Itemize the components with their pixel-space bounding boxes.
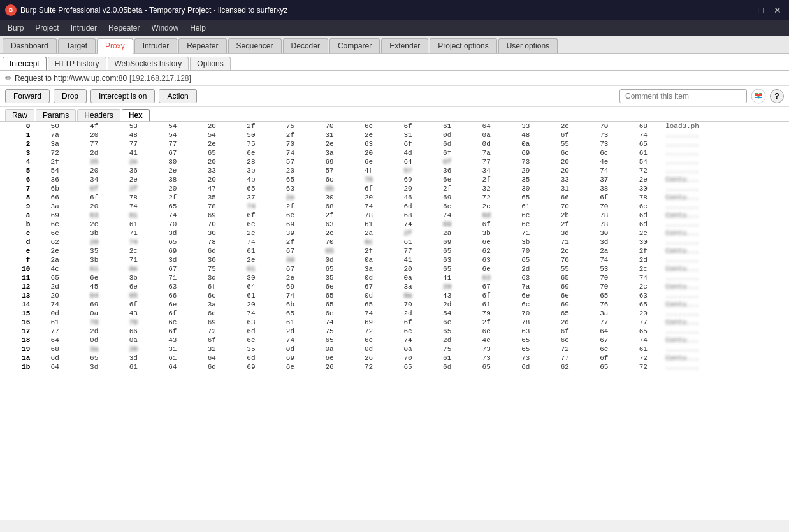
hex-cell: 29 — [506, 166, 546, 175]
hex-cell: 6d — [231, 354, 271, 363]
top-tab-extender[interactable]: Extender — [381, 38, 428, 53]
hex-cell: 64 — [192, 354, 232, 363]
top-tab-project-options[interactable]: Project options — [430, 38, 496, 53]
hex-grid-container[interactable]: 0504f5354202f75706c6f6164332e7068load3.p… — [0, 122, 789, 520]
hex-cell: 3a — [75, 345, 114, 354]
hex-cell: 61 — [231, 264, 271, 273]
hex-cell: 6b — [271, 300, 310, 309]
title-bar: B Burp Suite Professional v2.0.05beta - … — [0, 0, 789, 20]
top-tabs: DashboardTargetProxyIntruderRepeaterSequ… — [0, 36, 789, 54]
hex-cell: 2e — [192, 140, 232, 148]
hex-cell: 70 — [388, 300, 428, 309]
hex-cell: 6d — [428, 140, 467, 148]
top-tab-target[interactable]: Target — [58, 38, 96, 53]
view-tab-hex[interactable]: Hex — [122, 109, 150, 121]
ascii-cell: Contu... — [663, 336, 789, 345]
hex-cell: 4f — [75, 122, 114, 131]
ascii-cell: ........ — [663, 140, 789, 148]
hex-cell: 7a — [467, 148, 506, 157]
view-tab-headers[interactable]: Headers — [77, 109, 120, 121]
hex-row-label: 8 — [0, 193, 35, 202]
hex-cell: 2d — [546, 318, 585, 327]
hex-cell: 3a — [192, 300, 232, 309]
top-tab-comparer[interactable]: Comparer — [329, 38, 380, 53]
hex-cell: 6d — [624, 211, 663, 220]
menu-bar: BurpProjectIntruderRepeaterWindowHelp — [0, 20, 789, 36]
hex-cell: 65 — [271, 175, 310, 184]
sub-tab-intercept[interactable]: Intercept — [3, 57, 47, 70]
drop-button[interactable]: Drop — [54, 89, 87, 103]
top-tab-user-options[interactable]: User options — [498, 38, 558, 53]
hex-cell: 0a — [506, 140, 546, 148]
hex-cell: 6d — [231, 327, 271, 336]
top-tab-decoder[interactable]: Decoder — [283, 38, 328, 53]
menu-item-repeater[interactable]: Repeater — [103, 22, 145, 34]
hex-cell: 2f — [467, 175, 506, 184]
ascii-cell: ........ — [663, 273, 789, 282]
table-row: 18640d0a436f6e74656e742d4c656e6774Contu.… — [0, 336, 789, 345]
view-tab-raw[interactable]: Raw — [5, 109, 34, 121]
menu-item-burp[interactable]: Burp — [3, 22, 29, 34]
hex-cell: 64 — [35, 336, 75, 345]
help-button[interactable]: ? — [770, 89, 784, 103]
sub-tab-http-history[interactable]: HTTP history — [48, 57, 106, 70]
hex-cell: 54 — [624, 157, 663, 166]
sub-tab-websockets-history[interactable]: WebSockets history — [108, 57, 189, 70]
hex-cell: 20 — [113, 345, 153, 354]
hex-cell: 70 — [584, 122, 624, 131]
hex-cell: 20 — [75, 131, 114, 140]
top-tab-dashboard[interactable]: Dashboard — [3, 38, 57, 53]
hex-cell: 6f — [388, 122, 428, 131]
hex-cell: 69 — [428, 220, 467, 229]
maximize-button[interactable]: □ — [756, 5, 766, 15]
hex-cell: 77 — [153, 140, 192, 148]
menu-item-project[interactable]: Project — [30, 22, 64, 34]
top-tab-repeater[interactable]: Repeater — [178, 38, 226, 53]
hex-cell: 74 — [271, 336, 310, 345]
close-button[interactable]: ✕ — [771, 5, 784, 15]
hex-cell: 74 — [624, 336, 663, 345]
action-button[interactable]: Action — [159, 89, 196, 103]
hex-cell: 69 — [428, 238, 467, 247]
intercept-toggle-button[interactable]: Intercept is on — [90, 89, 155, 103]
sub-tab-options[interactable]: Options — [190, 57, 230, 70]
hex-cell: 70 — [271, 140, 310, 148]
hex-cell: 6e — [231, 336, 271, 345]
hex-cell: 6f — [467, 291, 506, 300]
ascii-cell: ........ — [663, 309, 789, 318]
top-tab-sequencer[interactable]: Sequencer — [228, 38, 282, 53]
hex-cell: 6e — [113, 282, 153, 291]
hex-cell: 63 — [75, 211, 114, 220]
hex-cell: 2b — [546, 211, 585, 220]
hex-cell: 35 — [192, 193, 232, 202]
hex-cell: 6d — [624, 220, 663, 229]
minimize-button[interactable]: — — [737, 5, 751, 15]
view-tab-params[interactable]: Params — [36, 109, 76, 121]
hex-cell: 6c — [506, 300, 546, 309]
table-row: 166170706c69636174696f6e2f782d7777Contu.… — [0, 318, 789, 327]
hex-row-label: 6 — [0, 175, 35, 184]
ascii-cell: ........ — [663, 327, 789, 336]
hex-cell: 20 — [192, 175, 232, 184]
hex-cell: 70 — [310, 122, 349, 131]
hex-cell: 71 — [546, 238, 585, 247]
ascii-cell: Contu... — [663, 318, 789, 327]
hex-cell: 2c — [113, 247, 153, 255]
comment-input[interactable] — [619, 89, 747, 103]
menu-item-intruder[interactable]: Intruder — [66, 22, 102, 34]
hex-cell: 50 — [35, 122, 75, 131]
hex-cell: 48 — [506, 131, 546, 140]
hex-cell: 35 — [310, 273, 349, 282]
top-tab-intruder[interactable]: Intruder — [134, 38, 177, 53]
menu-item-window[interactable]: Window — [146, 22, 184, 34]
window-controls[interactable]: — □ ✕ — [737, 5, 784, 15]
hex-cell: 54 — [192, 131, 232, 140]
top-tab-proxy[interactable]: Proxy — [97, 38, 133, 54]
ascii-cell: ........ — [663, 157, 789, 166]
hex-row-label: 11 — [0, 273, 35, 282]
hex-cell: 6e — [153, 300, 192, 309]
forward-button[interactable]: Forward — [5, 89, 50, 103]
menu-item-help[interactable]: Help — [185, 22, 211, 34]
hex-cell: 57 — [388, 166, 428, 175]
hex-cell: 78 — [349, 211, 389, 220]
